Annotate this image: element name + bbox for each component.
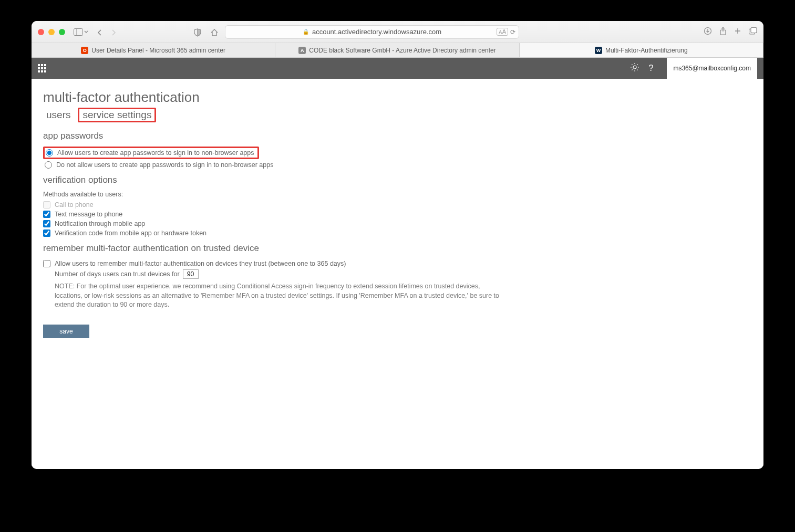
- check-remember-mfa-input[interactable]: [43, 260, 50, 267]
- section-app-passwords-heading: app passwords: [43, 131, 752, 141]
- radio-deny-app-passwords[interactable]: Do not allow users to create app passwor…: [45, 160, 752, 170]
- tab-favicon-2: W: [595, 47, 602, 54]
- radio-allow-app-passwords[interactable]: Allow users to create app passwords to s…: [43, 147, 259, 159]
- days-trust-label: Number of days users can trust devices f…: [55, 270, 180, 278]
- downloads-icon[interactable]: [704, 27, 712, 37]
- share-icon[interactable]: [719, 27, 727, 37]
- check-remember-mfa[interactable]: Allow users to remember multi-factor aut…: [43, 259, 752, 268]
- help-icon[interactable]: ?: [649, 64, 654, 73]
- tab-favicon-0: O: [81, 47, 88, 54]
- window-controls[interactable]: [38, 29, 65, 35]
- refresh-icon[interactable]: ⟳: [510, 28, 515, 36]
- svg-rect-5: [751, 28, 757, 33]
- home-icon[interactable]: [208, 26, 221, 37]
- remember-note: NOTE: For the optimal user experience, w…: [55, 282, 501, 310]
- check-sms[interactable]: Text message to phone: [43, 210, 752, 219]
- browser-window: 🔒 account.activedirectory.windowsazure.c…: [32, 21, 763, 469]
- check-code-app-label: Verification code from mobile app or har…: [55, 230, 207, 237]
- app-launcher-icon[interactable]: [38, 64, 46, 72]
- new-tab-icon[interactable]: [734, 27, 741, 36]
- settings-gear-icon[interactable]: [630, 62, 639, 74]
- lock-icon: 🔒: [303, 29, 309, 35]
- section-remember-heading: remember multi-factor authentication on …: [43, 243, 752, 254]
- section-verification-heading: verification options: [43, 175, 752, 185]
- azure-header-bar: ? ms365@mailboxconfig.com: [32, 58, 763, 79]
- check-notify-app-input[interactable]: [43, 220, 50, 227]
- days-trust-row: Number of days users can trust devices f…: [55, 268, 752, 280]
- radio-deny-app-passwords-input[interactable]: [45, 161, 52, 169]
- page-title: multi-factor authentication: [43, 89, 752, 106]
- page-tab-nav: users service settings: [43, 108, 752, 122]
- tabs-overview-icon[interactable]: [749, 27, 757, 36]
- radio-deny-app-passwords-label: Do not allow users to create app passwor…: [56, 161, 273, 169]
- tab-label-0: User Details Panel - Microsoft 365 admin…: [91, 47, 225, 54]
- close-window-icon[interactable]: [38, 29, 44, 35]
- minimize-window-icon[interactable]: [48, 29, 55, 35]
- check-call-phone-input: [43, 201, 50, 208]
- forward-button[interactable]: [108, 26, 119, 37]
- check-remember-mfa-label: Allow users to remember multi-factor aut…: [55, 260, 346, 267]
- maximize-window-icon[interactable]: [59, 29, 65, 35]
- radio-allow-app-passwords-label: Allow users to create app passwords to s…: [57, 149, 254, 157]
- tab-favicon-1: A: [298, 47, 306, 54]
- check-call-phone-label: Call to phone: [55, 201, 94, 208]
- methods-available-label: Methods available to users:: [43, 191, 752, 198]
- address-bar[interactable]: 🔒 account.activedirectory.windowsazure.c…: [225, 25, 519, 39]
- check-sms-input[interactable]: [43, 211, 50, 218]
- check-notify-app-label: Notification through mobile app: [55, 220, 145, 227]
- page-content: multi-factor authentication users servic…: [32, 79, 763, 469]
- back-button[interactable]: [95, 26, 105, 37]
- account-label[interactable]: ms365@mailboxconfig.com: [667, 58, 757, 79]
- check-code-app-input[interactable]: [43, 230, 50, 237]
- browser-tabs: O User Details Panel - Microsoft 365 adm…: [32, 43, 763, 58]
- radio-allow-app-passwords-input[interactable]: [46, 149, 53, 157]
- chevron-down-icon: [84, 30, 88, 34]
- sidebar-toggle-button[interactable]: [74, 28, 88, 36]
- check-sms-label: Text message to phone: [55, 211, 122, 218]
- tab-users[interactable]: users: [43, 108, 74, 122]
- browser-toolbar: 🔒 account.activedirectory.windowsazure.c…: [32, 21, 763, 43]
- svg-point-6: [633, 66, 636, 69]
- tab-service-settings[interactable]: service settings: [78, 108, 156, 122]
- shield-icon[interactable]: [191, 26, 204, 37]
- browser-tab-1[interactable]: A CODE black Software GmbH - Azure Activ…: [275, 43, 519, 57]
- check-call-phone[interactable]: Call to phone: [43, 200, 752, 210]
- browser-tab-0[interactable]: O User Details Panel - Microsoft 365 adm…: [32, 43, 275, 57]
- browser-tab-2[interactable]: W Multi-Faktor-Authentifizierung: [520, 43, 763, 57]
- check-notify-app[interactable]: Notification through mobile app: [43, 219, 752, 228]
- save-button[interactable]: save: [43, 325, 89, 338]
- reader-icon[interactable]: ᴀA: [497, 28, 508, 36]
- tab-label-1: CODE black Software GmbH - Azure Active …: [309, 47, 495, 54]
- svg-rect-0: [74, 28, 83, 35]
- reader-refresh-group: ᴀA ⟳: [497, 28, 515, 36]
- url-text: account.activedirectory.windowsazure.com: [312, 28, 441, 36]
- check-code-app[interactable]: Verification code from mobile app or har…: [43, 228, 752, 238]
- days-trust-input[interactable]: [183, 269, 199, 279]
- tab-label-2: Multi-Faktor-Authentifizierung: [605, 47, 688, 54]
